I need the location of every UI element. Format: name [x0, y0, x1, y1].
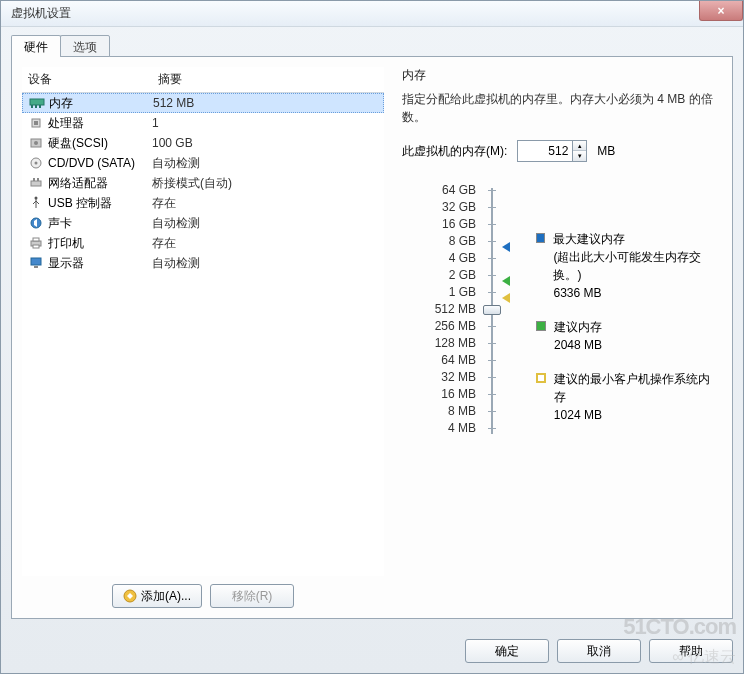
titlebar: 虚拟机设置 × [1, 1, 743, 27]
tick-mark [488, 190, 496, 191]
tick-mark [488, 411, 496, 412]
slider-track[interactable] [482, 182, 502, 440]
tab-hardware[interactable]: 硬件 [11, 35, 61, 57]
tick-label: 512 MB [422, 301, 476, 318]
legend-max-val: 6336 MB [553, 284, 718, 302]
device-name: 处理器 [48, 115, 84, 132]
legend-min-val: 1024 MB [554, 406, 718, 424]
close-icon: × [717, 4, 724, 18]
device-summary: 桥接模式(自动) [152, 175, 232, 192]
section-title: 内存 [402, 67, 718, 84]
svg-rect-16 [33, 238, 39, 241]
memory-spinner[interactable]: ▲▼ [517, 140, 587, 162]
help-button-label: 帮助 [679, 643, 703, 660]
device-name: CD/DVD (SATA) [48, 156, 135, 170]
tick-label: 1 GB [422, 284, 476, 301]
tick-label: 8 MB [422, 403, 476, 420]
table-row[interactable]: 处理器1 [22, 113, 384, 133]
tab-strip: 硬件 选项 [11, 35, 733, 57]
legend-rec: 建议内存 2048 MB [536, 318, 718, 354]
legend-rec-text: 建议内存 2048 MB [554, 318, 602, 354]
tick-label: 128 MB [422, 335, 476, 352]
table-row[interactable]: 内存512 MB [22, 93, 384, 113]
ok-button-label: 确定 [495, 643, 519, 660]
table-row[interactable]: 声卡自动检测 [22, 213, 384, 233]
svg-point-7 [34, 141, 38, 145]
spinner-arrows[interactable]: ▲▼ [572, 141, 586, 161]
svg-rect-10 [31, 181, 41, 186]
window-title: 虚拟机设置 [5, 5, 71, 22]
panel: 设备 摘要 内存512 MB处理器1硬盘(SCSI)100 GBCD/DVD (… [11, 56, 733, 619]
table-row[interactable]: USB 控制器存在 [22, 193, 384, 213]
help-button[interactable]: 帮助 [649, 639, 733, 663]
tab-options[interactable]: 选项 [60, 35, 110, 57]
chevron-up-icon[interactable]: ▲ [573, 141, 586, 151]
legend-rec-val: 2048 MB [554, 336, 602, 354]
device-name: 声卡 [48, 215, 72, 232]
svg-rect-11 [33, 178, 35, 181]
memory-scale: 64 GB32 GB16 GB8 GB4 GB2 GB1 GB512 MB256… [422, 182, 718, 440]
device-name: 网络适配器 [48, 175, 108, 192]
tick-label: 4 GB [422, 250, 476, 267]
tick-mark [488, 292, 496, 293]
memory-input[interactable] [518, 142, 572, 160]
device-name: USB 控制器 [48, 195, 112, 212]
device-name: 内存 [49, 95, 73, 112]
memory-unit: MB [597, 144, 615, 158]
slider-thumb[interactable] [483, 305, 501, 315]
square-blue-icon [536, 233, 545, 243]
scale-markers [502, 182, 526, 440]
cpu-icon [28, 116, 44, 130]
list-header: 设备 摘要 [22, 67, 384, 93]
add-button[interactable]: 添加(A)... [112, 584, 202, 608]
tick-label: 4 MB [422, 420, 476, 437]
svg-rect-18 [31, 258, 41, 265]
device-summary: 1 [152, 116, 159, 130]
remove-button-label: 移除(R) [232, 588, 273, 605]
svg-rect-0 [30, 99, 44, 105]
cancel-button[interactable]: 取消 [557, 639, 641, 663]
svg-rect-3 [39, 105, 41, 108]
legend-min-title: 建议的最小客户机操作系统内存 [554, 370, 718, 406]
tick-label: 64 MB [422, 352, 476, 369]
content-area: 硬件 选项 设备 摘要 内存512 MB处理器1硬盘(SCSI)100 GBCD… [1, 27, 743, 629]
device-summary: 存在 [152, 195, 176, 212]
close-button[interactable]: × [699, 1, 743, 21]
device-summary: 自动检测 [152, 155, 200, 172]
svg-rect-17 [33, 245, 39, 248]
device-list[interactable]: 内存512 MB处理器1硬盘(SCSI)100 GBCD/DVD (SATA)自… [22, 93, 384, 576]
list-buttons: 添加(A)... 移除(R) [22, 576, 384, 608]
svg-point-13 [35, 197, 38, 200]
dialog-footer: 确定 取消 帮助 [1, 629, 743, 673]
tick-mark [488, 360, 496, 361]
table-row[interactable]: 硬盘(SCSI)100 GB [22, 133, 384, 153]
device-list-pane: 设备 摘要 内存512 MB处理器1硬盘(SCSI)100 GBCD/DVD (… [22, 67, 384, 608]
cancel-button-label: 取消 [587, 643, 611, 660]
table-row[interactable]: 打印机存在 [22, 233, 384, 253]
display-icon [28, 256, 44, 270]
tick-label: 16 MB [422, 386, 476, 403]
shield-icon [123, 589, 137, 603]
tick-mark [488, 377, 496, 378]
remove-button[interactable]: 移除(R) [210, 584, 294, 608]
svg-point-9 [35, 162, 38, 165]
tick-mark [488, 343, 496, 344]
net-icon [28, 176, 44, 190]
tick-mark [488, 275, 496, 276]
ok-button[interactable]: 确定 [465, 639, 549, 663]
cd-icon [28, 156, 44, 170]
section-desc: 指定分配给此虚拟机的内存里。内存大小必须为 4 MB 的倍数。 [402, 90, 718, 126]
table-row[interactable]: CD/DVD (SATA)自动检测 [22, 153, 384, 173]
tick-label: 8 GB [422, 233, 476, 250]
device-name: 打印机 [48, 235, 84, 252]
table-row[interactable]: 网络适配器桥接模式(自动) [22, 173, 384, 193]
chevron-down-icon[interactable]: ▼ [573, 151, 586, 161]
tick-label: 32 GB [422, 199, 476, 216]
legend-rec-title: 建议内存 [554, 318, 602, 336]
detail-pane: 内存 指定分配给此虚拟机的内存里。内存大小必须为 4 MB 的倍数。 此虚拟机的… [398, 67, 722, 608]
usb-icon [28, 196, 44, 210]
tick-label: 32 MB [422, 369, 476, 386]
tick-mark [488, 394, 496, 395]
table-row[interactable]: 显示器自动检测 [22, 253, 384, 273]
legend-min: 建议的最小客户机操作系统内存 1024 MB [536, 370, 718, 424]
